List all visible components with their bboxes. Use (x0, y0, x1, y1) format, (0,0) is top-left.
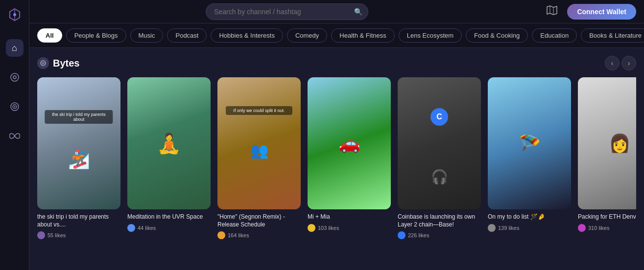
video-grid: the ski trip i told my parents about 🏂 t… (37, 77, 636, 241)
video-title-3: "Home" (Segnon Remix) - Release Schedule (217, 213, 301, 228)
sidebar-item-clips[interactable] (6, 98, 24, 115)
cat-tab-hobbies[interactable]: Hobbies & Interests (211, 28, 283, 43)
video-card-6[interactable]: 🪂 On my to do list 🪄🤌 139 likes (488, 77, 571, 241)
video-card-3[interactable]: If only we could split it out. 👥 "Home" … (217, 77, 301, 241)
avatar-5 (398, 231, 405, 239)
video-meta-5: 226 likes (398, 231, 481, 239)
video-info-5: Coinbase is launching its own Layer 2 ch… (398, 209, 481, 241)
video-title-1: the ski trip i told my parents about vs.… (37, 213, 120, 228)
cat-tab-lens[interactable]: Lens Ecosystem (399, 28, 462, 43)
headphone-person: 🎧 (431, 168, 448, 184)
video-meta-6: 139 likes (488, 224, 571, 232)
video-thumb-1: the ski trip i told my parents about 🏂 (37, 77, 120, 209)
video-card-7[interactable]: 👩 Packing for ETH Denver 310 likes (578, 77, 636, 241)
video-thumb-2: 🧘 (127, 77, 211, 209)
avatar-4 (308, 224, 315, 232)
video-thumb-5: C 🎧 (398, 77, 481, 209)
search-bar: 🔍 (206, 3, 368, 20)
svg-point-0 (13, 13, 16, 16)
cat-tab-podcast[interactable]: Podcast (167, 28, 207, 43)
bytes-section-header: Bytes ‹ › (37, 56, 636, 70)
video-thumb-6: 🪂 (488, 77, 571, 209)
video-card-2[interactable]: 🧘 Meditation in the UVR Space 44 likes (127, 77, 211, 241)
bytes-section-icon (37, 57, 49, 69)
search-icon: 🔍 (354, 8, 362, 16)
video-meta-7: 310 likes (578, 224, 636, 232)
video-info-7: Packing for ETH Denver 310 likes (578, 209, 636, 234)
bytes-next-arrow[interactable]: › (621, 56, 636, 70)
avatar-1 (37, 231, 45, 239)
cat-tab-health[interactable]: Health & Fitness (331, 28, 394, 43)
bytes-nav-arrows: ‹ › (605, 56, 636, 70)
cat-tab-books[interactable]: Books & Literature (581, 28, 644, 43)
video-info-3: "Home" (Segnon Remix) - Release Schedule… (217, 209, 301, 241)
video-info-1: the ski trip i told my parents about vs.… (37, 209, 120, 241)
video-thumb-3: If only we could split it out. 👥 (217, 77, 301, 209)
bytes-section-title: Bytes (53, 58, 79, 69)
skydive-emoji: 🪂 (519, 133, 541, 154)
cat-tab-all[interactable]: All (37, 28, 62, 43)
header: 🔍 Connect Wallet (29, 0, 644, 23)
video-thumb-7: 👩 (578, 77, 636, 209)
video-title-4: Mi + Mia (308, 213, 391, 221)
snowboarder-emoji: 🏂 (68, 149, 90, 170)
likes-2: 44 likes (138, 225, 156, 231)
video-card-1[interactable]: the ski trip i told my parents about 🏂 t… (37, 77, 120, 241)
video-title-6: On my to do list 🪄🤌 (488, 213, 571, 221)
category-bar: All People & Blogs Music Podcast Hobbies… (29, 23, 644, 48)
video-info-4: Mi + Mia 103 likes (308, 209, 391, 234)
svg-point-4 (13, 76, 16, 79)
video-title-5: Coinbase is launching its own Layer 2 ch… (398, 213, 481, 228)
app-logo[interactable] (6, 6, 24, 23)
sidebar: ⌂ (0, 0, 29, 270)
likes-3: 164 likes (228, 232, 249, 238)
likes-5: 226 likes (408, 232, 429, 238)
car-scene: 🚗 (338, 133, 360, 154)
video-meta-4: 103 likes (308, 224, 391, 232)
cat-tab-comedy[interactable]: Comedy (287, 28, 327, 43)
avatar-6 (488, 224, 496, 232)
video-title-7: Packing for ETH Denver (578, 213, 636, 221)
sidebar-item-bytes[interactable] (6, 68, 24, 86)
video-card-5[interactable]: C 🎧 Coinbase is launching its own Layer … (398, 77, 481, 241)
video-card-4[interactable]: 🚗 Mi + Mia 103 likes (308, 77, 391, 241)
likes-7: 310 likes (588, 225, 609, 231)
video-thumb-4: 🚗 (308, 77, 391, 209)
cat-tab-music[interactable]: Music (130, 28, 164, 43)
content-area: Bytes ‹ › the ski trip i told my parents… (29, 48, 644, 270)
thumb-caption-1: the ski trip i told my parents about (45, 110, 113, 124)
connect-wallet-button[interactable]: Connect Wallet (567, 4, 636, 20)
likes-6: 139 likes (498, 225, 519, 231)
svg-point-10 (41, 61, 46, 66)
coinbase-logo: C (430, 108, 448, 126)
avatar-7 (578, 224, 586, 232)
video-meta-3: 164 likes (217, 231, 301, 239)
video-info-6: On my to do list 🪄🤌 139 likes (488, 209, 571, 234)
video-title-2: Meditation in the UVR Space (127, 213, 211, 221)
thumb-caption-3: If only we could split it out. (226, 106, 292, 115)
cat-tab-food[interactable]: Food & Cooking (466, 28, 528, 43)
people-emoji-3: 👥 (250, 141, 268, 158)
likes-4: 103 likes (318, 225, 339, 231)
cat-tab-people[interactable]: People & Blogs (66, 28, 126, 43)
svg-point-3 (11, 73, 19, 81)
search-input[interactable] (206, 3, 368, 20)
map-icon[interactable] (543, 3, 561, 20)
main-content: 🔍 Connect Wallet All People & Blogs Musi… (29, 0, 644, 270)
video-meta-1: 55 likes (37, 231, 120, 239)
person-emoji-7: 👩 (609, 133, 631, 154)
sidebar-item-infinity[interactable] (6, 127, 24, 145)
sidebar-item-home[interactable]: ⌂ (6, 39, 24, 57)
person-emoji-2: 🧘 (157, 132, 181, 155)
avatar-2 (127, 224, 135, 232)
svg-point-7 (14, 106, 15, 108)
video-info-2: Meditation in the UVR Space 44 likes (127, 209, 211, 234)
avatar-3 (217, 231, 225, 239)
bytes-prev-arrow[interactable]: ‹ (605, 56, 620, 70)
likes-1: 55 likes (48, 232, 66, 238)
svg-point-11 (42, 62, 44, 64)
video-meta-2: 44 likes (127, 224, 211, 232)
cat-tab-education[interactable]: Education (532, 28, 577, 43)
